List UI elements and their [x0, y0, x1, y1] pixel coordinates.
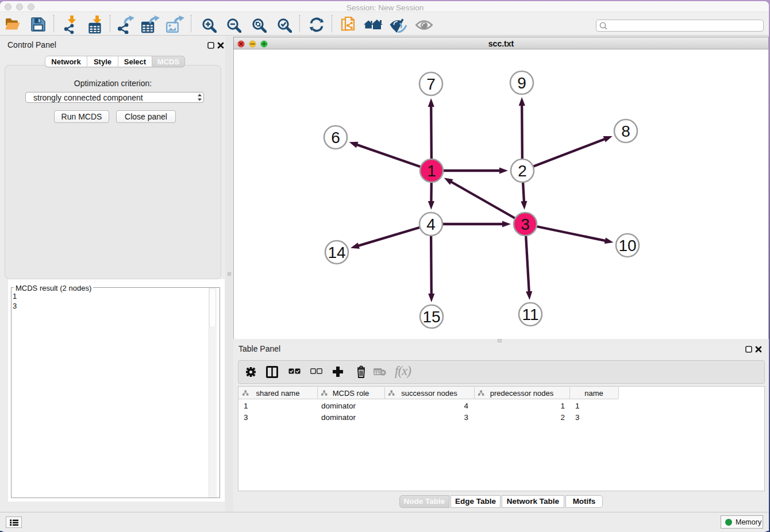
svg-text:3: 3	[521, 215, 530, 233]
svg-text:2: 2	[518, 162, 527, 180]
svg-text:1: 1	[427, 162, 436, 180]
svg-text:6: 6	[331, 129, 340, 147]
svg-text:9: 9	[517, 74, 526, 92]
svg-text:11: 11	[522, 306, 538, 323]
svg-text:8: 8	[621, 122, 630, 140]
svg-text:10: 10	[618, 237, 636, 255]
svg-text:7: 7	[426, 75, 436, 93]
svg-text:14: 14	[328, 244, 345, 261]
svg-text:15: 15	[422, 308, 440, 326]
svg-text:4: 4	[426, 215, 436, 233]
